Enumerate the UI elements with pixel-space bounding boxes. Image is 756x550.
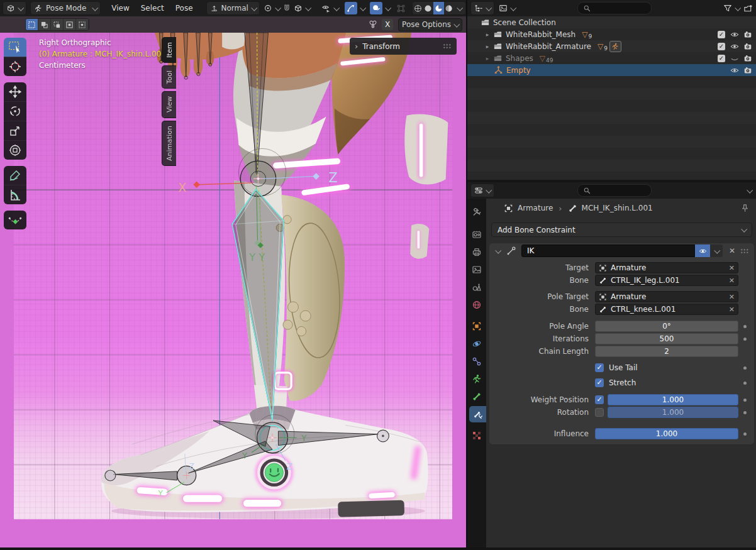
hide-eye-toggle-closed[interactable] <box>730 54 739 63</box>
menu-select[interactable]: Select <box>135 4 170 13</box>
influence-slider[interactable]: 1.000 <box>595 428 738 439</box>
tab-view-layer[interactable] <box>467 261 486 278</box>
transform-panel-collapsed[interactable]: › Transform <box>350 38 457 55</box>
outliner-row-shapes[interactable]: ▸ Shapes ▽ 49 ✓ <box>467 52 756 64</box>
orientation-dropdown[interactable]: Normal <box>206 1 260 15</box>
rotation-slider[interactable]: 1.000 <box>608 407 738 418</box>
tab-scene[interactable] <box>467 279 486 295</box>
tool-rotate[interactable] <box>4 102 26 121</box>
pivot-point-dropdown[interactable] <box>262 2 281 14</box>
tool-select-box[interactable] <box>4 38 26 57</box>
constraint-enable-eye-button[interactable] <box>695 245 710 257</box>
weight-position-checkbox[interactable]: ✓ <box>595 395 604 404</box>
iterations-slider[interactable]: 500 <box>595 333 738 344</box>
panel-collapse-chevron[interactable] <box>495 247 501 253</box>
tool-pose-breakdowner[interactable] <box>4 211 26 229</box>
pole-target-field[interactable]: Armature ✕ <box>595 291 738 302</box>
select-subtract-button[interactable] <box>51 19 64 30</box>
editor-type-button[interactable] <box>3 1 26 15</box>
tab-bone-constraints-active[interactable] <box>469 406 486 422</box>
show-overlays-toggle[interactable] <box>369 2 391 14</box>
select-invert-button[interactable] <box>64 19 76 30</box>
render-camera-toggle[interactable] <box>743 42 752 51</box>
menu-view[interactable]: View <box>106 4 135 13</box>
pole-bone-field[interactable]: CTRL_knee.L.001 ✕ <box>595 304 738 315</box>
tool-move[interactable] <box>4 82 26 102</box>
select-intersect-button[interactable] <box>76 19 89 30</box>
animate-decorator[interactable] <box>743 366 747 370</box>
outliner-search-input[interactable] <box>577 2 652 14</box>
viewport-canvas[interactable]: X Z Y Y <box>0 33 466 550</box>
tab-bone[interactable] <box>467 388 486 405</box>
show-gizmo-toggle[interactable] <box>343 2 366 14</box>
pose-options-dropdown[interactable]: Pose Options <box>398 18 462 31</box>
use-tail-checkbox[interactable]: ✓ <box>595 363 604 372</box>
tab-object-data[interactable] <box>467 371 486 387</box>
disclosure-triangle[interactable]: ▸ <box>484 31 491 38</box>
stretch-checkbox[interactable]: ✓ <box>595 378 604 387</box>
clear-pole-bone-button[interactable]: ✕ <box>729 305 735 314</box>
tab-object[interactable] <box>467 318 486 334</box>
clear-target-button[interactable]: ✕ <box>729 264 735 272</box>
menu-pose[interactable]: Pose <box>170 4 199 13</box>
shading-wireframe-button[interactable] <box>413 2 423 14</box>
properties-search-input[interactable] <box>577 184 652 197</box>
panel-drag-grip[interactable] <box>443 43 452 49</box>
select-extend-button[interactable] <box>38 19 51 30</box>
animate-decorator[interactable] <box>743 382 747 385</box>
outliner-row-empty-selected[interactable]: Empty <box>467 64 756 76</box>
hide-eye-toggle[interactable] <box>730 66 739 75</box>
disclosure-triangle[interactable]: ▸ <box>484 43 491 50</box>
tab-world[interactable] <box>467 297 486 313</box>
hide-eye-toggle[interactable] <box>730 42 739 51</box>
outliner-filter-dropdown[interactable] <box>722 2 741 14</box>
xray-toggle[interactable] <box>395 2 407 14</box>
shading-solid-button[interactable] <box>423 2 433 14</box>
tab-texture[interactable] <box>467 427 486 444</box>
bone-field[interactable]: CTRL_IK_leg.L.001 ✕ <box>595 275 738 286</box>
tab-physics[interactable] <box>467 336 486 352</box>
tool-measure[interactable] <box>4 185 26 204</box>
properties-editor-type-button[interactable] <box>470 184 494 197</box>
animate-decorator[interactable] <box>743 325 747 328</box>
mode-dropdown[interactable]: Pose Mode <box>30 1 101 15</box>
tool-scale[interactable] <box>4 121 26 141</box>
exclude-checkbox[interactable]: ✓ <box>718 43 725 50</box>
animate-decorator[interactable] <box>743 399 747 402</box>
animate-decorator[interactable] <box>743 432 747 436</box>
constraint-name-field[interactable]: IK <box>521 245 695 257</box>
select-set-button[interactable] <box>26 19 38 30</box>
hide-eye-toggle[interactable] <box>730 30 739 39</box>
pin-icon[interactable] <box>740 204 750 213</box>
object-type-visibility-dropdown[interactable] <box>320 2 340 14</box>
tab-render[interactable] <box>467 226 486 243</box>
outliner-display-mode-dropdown[interactable] <box>497 2 517 14</box>
exclude-checkbox[interactable]: ✓ <box>718 55 725 62</box>
constraint-drag-grip[interactable] <box>740 248 749 254</box>
snap-settings-dropdown[interactable] <box>292 2 311 14</box>
weight-position-slider[interactable]: 1.000 <box>608 394 738 405</box>
disclosure-triangle[interactable]: ▸ <box>484 55 491 62</box>
tool-annotate[interactable] <box>4 166 26 185</box>
3d-viewport[interactable]: X Z Y Y <box>0 0 466 550</box>
tool-cursor[interactable] <box>4 57 26 76</box>
new-collection-button[interactable] <box>741 2 755 14</box>
render-camera-toggle[interactable] <box>743 30 752 39</box>
outliner-row-scene-collection[interactable]: Scene Collection <box>467 16 756 28</box>
constraint-delete-button[interactable]: ✕ <box>726 246 738 255</box>
pole-angle-slider[interactable]: 0° <box>595 321 738 332</box>
rotation-checkbox[interactable] <box>595 408 604 417</box>
animate-decorator[interactable] <box>743 338 747 341</box>
shading-rendered-button[interactable] <box>444 2 455 14</box>
animate-decorator[interactable] <box>743 411 747 414</box>
tab-object-constraints[interactable] <box>467 353 486 370</box>
tab-output[interactable] <box>467 244 486 260</box>
shading-material-preview-button[interactable] <box>433 2 444 14</box>
exclude-checkbox[interactable]: ✓ <box>718 31 725 38</box>
sidebar-tab-item[interactable]: Item <box>162 37 176 63</box>
outliner-row-whiterabbit-mesh[interactable]: ▸ WhiteRabbit_Mesh ▽ 9 ✓ <box>467 28 756 40</box>
sidebar-tab-view[interactable]: View <box>162 91 176 118</box>
sidebar-tab-animation[interactable]: Animation <box>162 121 176 166</box>
add-bone-constraint-button[interactable]: Add Bone Constraint <box>491 223 752 237</box>
target-field[interactable]: Armature ✕ <box>595 262 738 273</box>
